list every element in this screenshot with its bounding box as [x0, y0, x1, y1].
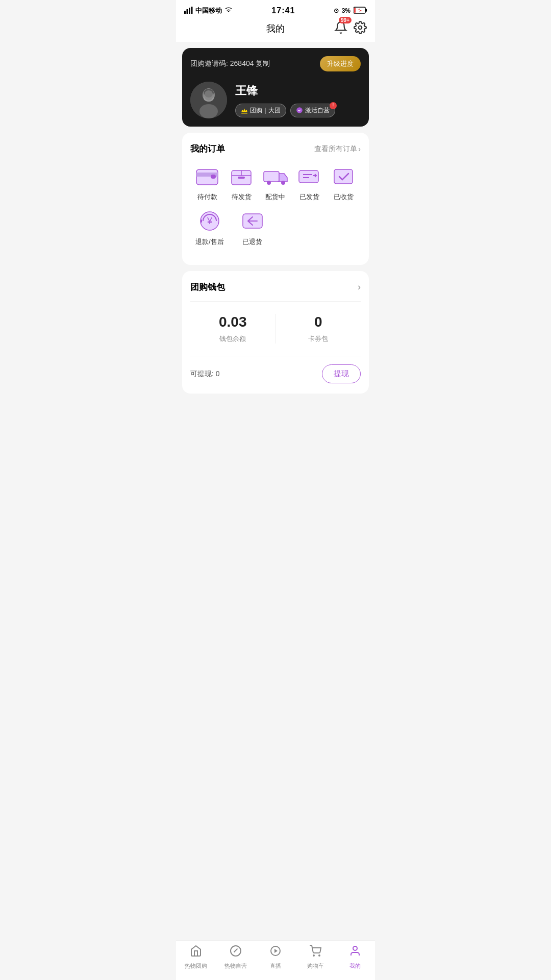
order-returned[interactable]: 已退货	[239, 210, 266, 247]
svg-rect-6	[365, 9, 367, 12]
page-header: 我的 99+	[176, 17, 375, 42]
notification-button[interactable]: 99+	[334, 21, 347, 36]
returned-icon	[239, 210, 266, 232]
view-all-orders[interactable]: 查看所有订单 ›	[314, 144, 361, 154]
order-pending-shipment[interactable]: 待发货	[228, 165, 255, 202]
signal-icon	[184, 7, 193, 15]
svg-rect-1	[187, 9, 188, 14]
orders-grid-row1: 待付款 待发货	[190, 165, 361, 202]
balance-value: 0.03	[219, 314, 247, 330]
order-pending-payment[interactable]: 待付款	[194, 165, 220, 202]
received-icon	[331, 165, 357, 187]
header-icons: 99+	[334, 21, 367, 36]
coupon-value: 0	[314, 314, 322, 330]
balance-label: 钱包余额	[219, 334, 246, 344]
profile-card: 团购邀请码: 268404 复制 升级进度	[182, 48, 369, 127]
svg-point-14	[205, 90, 213, 97]
svg-rect-2	[189, 8, 190, 14]
battery-icon	[354, 7, 367, 15]
orders-header: 我的订单 查看所有订单 ›	[190, 143, 361, 155]
svg-point-7	[359, 26, 362, 30]
wallet-title: 团购钱包	[190, 281, 225, 293]
orders-grid-row2: ¥ 退款/售后 已退货	[190, 210, 361, 247]
self-op-badge: 激活自营 !	[290, 104, 335, 117]
badges-row: 团购｜大团 激活自营 !	[235, 104, 361, 117]
received-label: 已收货	[334, 192, 354, 202]
refund-icon: ¥	[196, 210, 223, 232]
svg-rect-3	[191, 7, 193, 14]
lock-icon: ⊙	[334, 7, 339, 14]
refund-label: 退款/售后	[195, 237, 224, 247]
wallet-header: 团购钱包 ›	[190, 281, 361, 293]
username: 王锋	[235, 83, 361, 99]
truck-icon	[262, 165, 289, 187]
chevron-right-icon: ›	[358, 145, 361, 153]
profile-info: 王锋 团购｜大团 激活自营 !	[190, 82, 361, 118]
status-time: 17:41	[271, 6, 295, 15]
self-op-icon	[296, 107, 303, 114]
wallet-icon	[194, 165, 220, 187]
coupon-label: 卡券包	[308, 334, 328, 344]
svg-rect-29	[334, 169, 353, 184]
wallet-arrow[interactable]: ›	[358, 282, 361, 292]
svg-rect-22	[238, 177, 245, 179]
withdraw-button[interactable]: 提现	[322, 364, 361, 383]
pending-payment-label: 待付款	[197, 192, 217, 202]
balance-section: 0.03 钱包余额	[190, 314, 276, 344]
wifi-icon	[224, 7, 233, 15]
battery-label: 3%	[342, 7, 350, 14]
carrier-label: 中国移动	[195, 6, 222, 15]
svg-rect-0	[184, 11, 186, 14]
shipped-label: 已发货	[299, 192, 319, 202]
invite-row: 团购邀请码: 268404 复制 升级进度	[190, 56, 361, 71]
box-icon	[228, 165, 255, 187]
in-delivery-label: 配货中	[265, 192, 285, 202]
group-badge: 团购｜大团	[235, 104, 286, 117]
status-left: 中国移动	[184, 6, 233, 15]
order-in-delivery[interactable]: 配货中	[262, 165, 289, 202]
order-received[interactable]: 已收货	[331, 165, 357, 202]
status-right: ⊙ 3%	[334, 7, 367, 15]
wallet-amounts: 0.03 钱包余额 0 卡券包	[190, 301, 361, 356]
alert-dot: !	[330, 102, 337, 109]
svg-rect-5	[354, 8, 356, 13]
invite-text: 团购邀请码: 268404 复制	[190, 59, 270, 68]
settings-icon	[354, 21, 367, 34]
group-badge-label: 团购｜大团	[250, 106, 281, 115]
coupon-section: 0 卡券包	[276, 314, 361, 344]
page-title: 我的	[266, 22, 285, 35]
upgrade-button[interactable]: 升级进度	[320, 56, 361, 71]
status-bar: 中国移动 17:41 ⊙ 3%	[176, 0, 375, 17]
orders-title: 我的订单	[190, 143, 225, 155]
svg-point-24	[267, 181, 271, 185]
profile-details: 王锋 团购｜大团 激活自营 !	[235, 83, 361, 117]
svg-text:¥: ¥	[207, 216, 213, 226]
avatar	[190, 82, 227, 118]
shipped-icon	[296, 165, 323, 187]
order-refund[interactable]: ¥ 退款/售后	[195, 210, 224, 247]
main-content: 团购邀请码: 268404 复制 升级进度	[176, 42, 375, 434]
orders-card: 我的订单 查看所有订单 › 待付款	[182, 133, 369, 265]
settings-button[interactable]	[354, 21, 367, 36]
svg-point-15	[296, 107, 303, 113]
notification-badge: 99+	[339, 17, 352, 23]
wallet-card: 团购钱包 › 0.03 钱包余额 0 卡券包 可提现: 0 提现	[182, 271, 369, 394]
withdraw-available: 可提现: 0	[190, 370, 220, 379]
wallet-footer: 可提现: 0 提现	[190, 364, 361, 383]
pending-shipment-label: 待发货	[232, 192, 252, 202]
svg-point-11	[199, 104, 218, 118]
self-op-badge-label: 激活自营	[305, 106, 330, 115]
svg-rect-18	[211, 175, 216, 179]
crown-icon	[241, 107, 248, 114]
order-shipped[interactable]: 已发货	[296, 165, 323, 202]
svg-rect-23	[264, 172, 279, 182]
returned-label: 已退货	[242, 237, 262, 247]
svg-point-25	[281, 181, 285, 185]
